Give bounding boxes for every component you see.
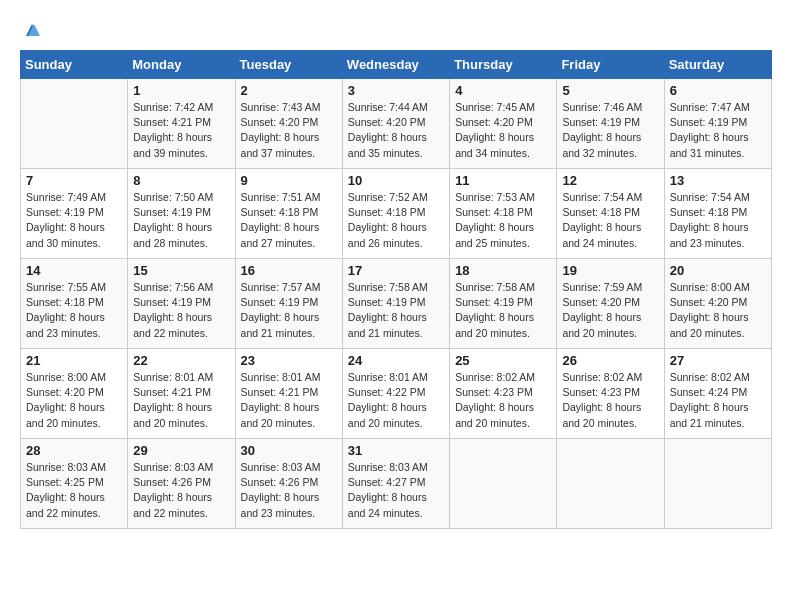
day-cell: 25Sunrise: 8:02 AMSunset: 4:23 PMDayligh… bbox=[450, 349, 557, 439]
day-number: 23 bbox=[241, 353, 337, 368]
day-info: Sunrise: 8:01 AMSunset: 4:21 PMDaylight:… bbox=[241, 370, 337, 431]
day-number: 28 bbox=[26, 443, 122, 458]
day-info: Sunrise: 7:51 AMSunset: 4:18 PMDaylight:… bbox=[241, 190, 337, 251]
week-row-3: 14Sunrise: 7:55 AMSunset: 4:18 PMDayligh… bbox=[21, 259, 772, 349]
day-cell: 14Sunrise: 7:55 AMSunset: 4:18 PMDayligh… bbox=[21, 259, 128, 349]
day-cell: 20Sunrise: 8:00 AMSunset: 4:20 PMDayligh… bbox=[664, 259, 771, 349]
day-cell: 17Sunrise: 7:58 AMSunset: 4:19 PMDayligh… bbox=[342, 259, 449, 349]
day-number: 10 bbox=[348, 173, 444, 188]
header-cell-wednesday: Wednesday bbox=[342, 51, 449, 79]
day-info: Sunrise: 7:49 AMSunset: 4:19 PMDaylight:… bbox=[26, 190, 122, 251]
day-number: 14 bbox=[26, 263, 122, 278]
day-info: Sunrise: 7:45 AMSunset: 4:20 PMDaylight:… bbox=[455, 100, 551, 161]
day-info: Sunrise: 7:42 AMSunset: 4:21 PMDaylight:… bbox=[133, 100, 229, 161]
day-number: 15 bbox=[133, 263, 229, 278]
day-number: 19 bbox=[562, 263, 658, 278]
day-info: Sunrise: 8:03 AMSunset: 4:27 PMDaylight:… bbox=[348, 460, 444, 521]
day-info: Sunrise: 7:43 AMSunset: 4:20 PMDaylight:… bbox=[241, 100, 337, 161]
day-info: Sunrise: 7:58 AMSunset: 4:19 PMDaylight:… bbox=[455, 280, 551, 341]
day-info: Sunrise: 7:59 AMSunset: 4:20 PMDaylight:… bbox=[562, 280, 658, 341]
day-number: 26 bbox=[562, 353, 658, 368]
day-cell: 31Sunrise: 8:03 AMSunset: 4:27 PMDayligh… bbox=[342, 439, 449, 529]
day-cell: 7Sunrise: 7:49 AMSunset: 4:19 PMDaylight… bbox=[21, 169, 128, 259]
day-info: Sunrise: 7:55 AMSunset: 4:18 PMDaylight:… bbox=[26, 280, 122, 341]
day-info: Sunrise: 8:02 AMSunset: 4:23 PMDaylight:… bbox=[455, 370, 551, 431]
day-number: 21 bbox=[26, 353, 122, 368]
day-info: Sunrise: 7:52 AMSunset: 4:18 PMDaylight:… bbox=[348, 190, 444, 251]
day-info: Sunrise: 8:00 AMSunset: 4:20 PMDaylight:… bbox=[26, 370, 122, 431]
day-number: 8 bbox=[133, 173, 229, 188]
day-number: 11 bbox=[455, 173, 551, 188]
week-row-4: 21Sunrise: 8:00 AMSunset: 4:20 PMDayligh… bbox=[21, 349, 772, 439]
day-number: 31 bbox=[348, 443, 444, 458]
header-cell-thursday: Thursday bbox=[450, 51, 557, 79]
day-cell: 26Sunrise: 8:02 AMSunset: 4:23 PMDayligh… bbox=[557, 349, 664, 439]
day-cell: 9Sunrise: 7:51 AMSunset: 4:18 PMDaylight… bbox=[235, 169, 342, 259]
day-cell bbox=[450, 439, 557, 529]
calendar-header: SundayMondayTuesdayWednesdayThursdayFrid… bbox=[21, 51, 772, 79]
day-cell: 5Sunrise: 7:46 AMSunset: 4:19 PMDaylight… bbox=[557, 79, 664, 169]
day-cell: 6Sunrise: 7:47 AMSunset: 4:19 PMDaylight… bbox=[664, 79, 771, 169]
day-number: 30 bbox=[241, 443, 337, 458]
day-info: Sunrise: 7:47 AMSunset: 4:19 PMDaylight:… bbox=[670, 100, 766, 161]
day-info: Sunrise: 7:56 AMSunset: 4:19 PMDaylight:… bbox=[133, 280, 229, 341]
day-info: Sunrise: 7:46 AMSunset: 4:19 PMDaylight:… bbox=[562, 100, 658, 161]
day-cell: 29Sunrise: 8:03 AMSunset: 4:26 PMDayligh… bbox=[128, 439, 235, 529]
day-cell: 10Sunrise: 7:52 AMSunset: 4:18 PMDayligh… bbox=[342, 169, 449, 259]
day-number: 4 bbox=[455, 83, 551, 98]
week-row-2: 7Sunrise: 7:49 AMSunset: 4:19 PMDaylight… bbox=[21, 169, 772, 259]
header-cell-friday: Friday bbox=[557, 51, 664, 79]
day-cell: 28Sunrise: 8:03 AMSunset: 4:25 PMDayligh… bbox=[21, 439, 128, 529]
day-number: 29 bbox=[133, 443, 229, 458]
day-cell: 13Sunrise: 7:54 AMSunset: 4:18 PMDayligh… bbox=[664, 169, 771, 259]
calendar-table: SundayMondayTuesdayWednesdayThursdayFrid… bbox=[20, 50, 772, 529]
day-info: Sunrise: 8:03 AMSunset: 4:26 PMDaylight:… bbox=[241, 460, 337, 521]
day-info: Sunrise: 8:03 AMSunset: 4:25 PMDaylight:… bbox=[26, 460, 122, 521]
day-number: 12 bbox=[562, 173, 658, 188]
day-info: Sunrise: 7:58 AMSunset: 4:19 PMDaylight:… bbox=[348, 280, 444, 341]
day-info: Sunrise: 7:44 AMSunset: 4:20 PMDaylight:… bbox=[348, 100, 444, 161]
header-cell-saturday: Saturday bbox=[664, 51, 771, 79]
day-cell: 22Sunrise: 8:01 AMSunset: 4:21 PMDayligh… bbox=[128, 349, 235, 439]
day-number: 1 bbox=[133, 83, 229, 98]
week-row-1: 1Sunrise: 7:42 AMSunset: 4:21 PMDaylight… bbox=[21, 79, 772, 169]
day-cell: 16Sunrise: 7:57 AMSunset: 4:19 PMDayligh… bbox=[235, 259, 342, 349]
day-number: 13 bbox=[670, 173, 766, 188]
day-info: Sunrise: 8:02 AMSunset: 4:23 PMDaylight:… bbox=[562, 370, 658, 431]
week-row-5: 28Sunrise: 8:03 AMSunset: 4:25 PMDayligh… bbox=[21, 439, 772, 529]
day-cell: 8Sunrise: 7:50 AMSunset: 4:19 PMDaylight… bbox=[128, 169, 235, 259]
day-number: 22 bbox=[133, 353, 229, 368]
day-number: 9 bbox=[241, 173, 337, 188]
day-info: Sunrise: 7:53 AMSunset: 4:18 PMDaylight:… bbox=[455, 190, 551, 251]
day-cell: 4Sunrise: 7:45 AMSunset: 4:20 PMDaylight… bbox=[450, 79, 557, 169]
day-info: Sunrise: 7:54 AMSunset: 4:18 PMDaylight:… bbox=[562, 190, 658, 251]
day-number: 16 bbox=[241, 263, 337, 278]
day-cell: 30Sunrise: 8:03 AMSunset: 4:26 PMDayligh… bbox=[235, 439, 342, 529]
day-number: 6 bbox=[670, 83, 766, 98]
day-cell: 3Sunrise: 7:44 AMSunset: 4:20 PMDaylight… bbox=[342, 79, 449, 169]
logo bbox=[20, 20, 42, 40]
day-number: 2 bbox=[241, 83, 337, 98]
day-number: 25 bbox=[455, 353, 551, 368]
day-info: Sunrise: 7:50 AMSunset: 4:19 PMDaylight:… bbox=[133, 190, 229, 251]
day-cell bbox=[557, 439, 664, 529]
day-cell: 27Sunrise: 8:02 AMSunset: 4:24 PMDayligh… bbox=[664, 349, 771, 439]
day-cell: 15Sunrise: 7:56 AMSunset: 4:19 PMDayligh… bbox=[128, 259, 235, 349]
day-number: 17 bbox=[348, 263, 444, 278]
day-number: 7 bbox=[26, 173, 122, 188]
logo-icon bbox=[22, 20, 42, 40]
header-cell-monday: Monday bbox=[128, 51, 235, 79]
day-cell: 19Sunrise: 7:59 AMSunset: 4:20 PMDayligh… bbox=[557, 259, 664, 349]
calendar-body: 1Sunrise: 7:42 AMSunset: 4:21 PMDaylight… bbox=[21, 79, 772, 529]
day-cell: 2Sunrise: 7:43 AMSunset: 4:20 PMDaylight… bbox=[235, 79, 342, 169]
day-cell: 12Sunrise: 7:54 AMSunset: 4:18 PMDayligh… bbox=[557, 169, 664, 259]
header-row: SundayMondayTuesdayWednesdayThursdayFrid… bbox=[21, 51, 772, 79]
day-number: 24 bbox=[348, 353, 444, 368]
day-cell: 21Sunrise: 8:00 AMSunset: 4:20 PMDayligh… bbox=[21, 349, 128, 439]
day-cell bbox=[21, 79, 128, 169]
day-info: Sunrise: 8:01 AMSunset: 4:22 PMDaylight:… bbox=[348, 370, 444, 431]
day-info: Sunrise: 7:57 AMSunset: 4:19 PMDaylight:… bbox=[241, 280, 337, 341]
day-cell: 24Sunrise: 8:01 AMSunset: 4:22 PMDayligh… bbox=[342, 349, 449, 439]
day-number: 20 bbox=[670, 263, 766, 278]
day-number: 3 bbox=[348, 83, 444, 98]
